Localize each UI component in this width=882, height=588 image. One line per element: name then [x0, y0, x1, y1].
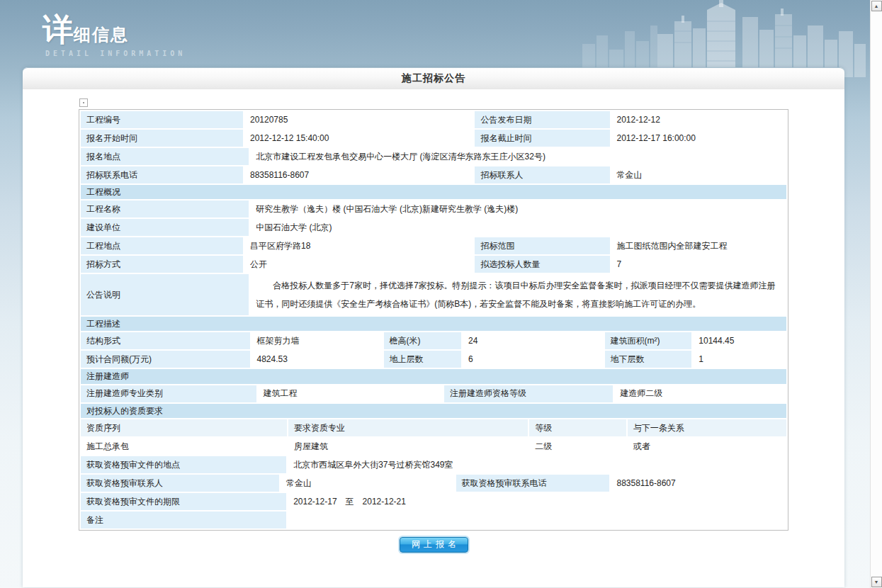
- qualification-column-header: 要求资质专业: [288, 419, 528, 436]
- field-value: 2012-12-12: [611, 111, 787, 128]
- qualification-data-row: 施工总承包房屋建筑二级或者: [81, 438, 786, 455]
- field-value: 7: [611, 256, 787, 273]
- field-value: 建筑工程: [258, 385, 443, 402]
- field-label: 拟选投标人数量: [475, 256, 609, 273]
- field-value: 2012-12-17 至 2012-12-21: [288, 493, 786, 510]
- page-title: 施工招标公告: [402, 72, 465, 85]
- page-area: 详 细信息 DETAIL INFORMATION 施工招标公告 工程编号2012…: [0, 0, 870, 588]
- field-label: 招标方式: [81, 256, 243, 273]
- field-label: 获取资格预审文件的期限: [81, 493, 286, 510]
- city-skyline-graphic: [582, 0, 866, 77]
- field-value: 2012-12-17 16:00:00: [611, 130, 787, 147]
- field-label: 建设单位: [81, 219, 249, 236]
- section-header: 对投标人的资质要求: [81, 404, 786, 418]
- field-label: 报名开始时间: [81, 130, 243, 147]
- remarks-row: 备注: [81, 511, 786, 528]
- field-value: 研究生教学（逸夫）楼 (中国石油大学 (北京)新建研究生教学 (逸夫)楼): [250, 200, 786, 217]
- bid-contact-row: 招标联系电话88358116-8607招标联系人常金山: [81, 166, 786, 183]
- logo-text-primary: 详: [43, 14, 74, 45]
- field-value: 房屋建筑: [288, 438, 528, 455]
- structure-row: 结构形式框架剪力墙檐高(米)24建筑面积(m²)10144.45: [81, 332, 786, 349]
- field-value: 88358116-8607: [611, 475, 786, 492]
- field-value: 1: [693, 351, 786, 368]
- field-value: 施工图纸范围内全部建安工程: [611, 237, 787, 254]
- field-value: 昌平区府学路18: [244, 237, 473, 254]
- arrow-down-icon: ▼: [874, 579, 879, 584]
- announcement-note-row: 公告说明 合格投标人数量多于7家时，择优选择7家投标。特别提示：该项目中标后办理…: [81, 274, 786, 315]
- field-label: 注册建造师资格等级: [444, 385, 613, 402]
- qualification-column-header: 与下一条关系: [628, 419, 786, 436]
- prequal-period-row: 获取资格预审文件的期限2012-12-17 至 2012-12-21: [81, 493, 786, 510]
- project-location-row: 工程地点昌平区府学路18招标范围施工图纸范围内全部建安工程: [81, 237, 786, 254]
- info-table: 工程编号20120785公告发布日期2012-12-12报名开始时间2012-1…: [79, 109, 788, 531]
- vertical-scrollbar[interactable]: ▲ ▼: [870, 0, 882, 588]
- signup-time-row: 报名开始时间2012-12-12 15:40:00报名截止时间2012-12-1…: [81, 130, 786, 147]
- section-project-description: 工程描述: [81, 317, 786, 331]
- field-value: 4824.53: [251, 351, 383, 368]
- field-value: 或者: [628, 438, 786, 455]
- field-value: 常金山: [281, 475, 455, 492]
- content-panel: 施工招标公告 工程编号20120785公告发布日期2012-12-12报名开始时…: [23, 67, 844, 587]
- content-area: 工程编号20120785公告发布日期2012-12-12报名开始时间2012-1…: [79, 89, 788, 561]
- field-value: 北京市建设工程发包承包交易中心一楼大厅 (海淀区清华东路东王庄小区32号): [250, 148, 786, 165]
- page-title-bar: 施工招标公告: [23, 67, 844, 89]
- logo-subtitle: DETAIL INFORMATION: [43, 50, 186, 57]
- scrollbar-track[interactable]: [871, 11, 882, 577]
- field-value: 10144.45: [693, 332, 786, 349]
- field-label: 工程名称: [81, 200, 249, 217]
- logo-text-secondary: 细信息: [74, 23, 129, 46]
- page-banner: 详 细信息 DETAIL INFORMATION: [0, 0, 870, 67]
- project-name-row: 工程名称研究生教学（逸夫）楼 (中国石油大学 (北京)新建研究生教学 (逸夫)楼…: [81, 200, 786, 217]
- section-header: 注册建造师: [81, 369, 786, 383]
- field-value: 建造师二级: [614, 385, 786, 402]
- checkbox-dot-icon: [83, 102, 84, 103]
- field-label: 报名截止时间: [475, 130, 609, 147]
- site-logo: 详 细信息 DETAIL INFORMATION: [43, 14, 186, 57]
- field-label: 建筑面积(m²): [605, 332, 692, 349]
- prequal-contact-row: 获取资格预审联系人常金山获取资格预审联系电话88358116-8607: [81, 475, 786, 492]
- field-label: 工程编号: [81, 111, 243, 128]
- qualification-column-header: 资质序列: [81, 419, 287, 436]
- field-value: 公开: [244, 256, 473, 273]
- section-project-overview: 工程概况: [81, 185, 786, 199]
- checkbox[interactable]: [79, 98, 88, 107]
- button-row: 网上报名: [79, 537, 788, 553]
- section-header: 工程概况: [81, 185, 786, 199]
- field-value: 88358116-8607: [244, 166, 473, 183]
- field-label: 招标范围: [475, 237, 609, 254]
- field-value: 常金山: [611, 166, 787, 183]
- signup-location-row: 报名地点北京市建设工程发包承包交易中心一楼大厅 (海淀区清华东路东王庄小区32号…: [81, 148, 786, 165]
- field-label: 备注: [81, 511, 286, 528]
- field-value: 北京市西城区阜外大街37号过桥宾馆349室: [288, 456, 786, 473]
- field-value: 20120785: [244, 111, 473, 128]
- field-label: 工程地点: [81, 237, 243, 254]
- field-value: 二级: [529, 438, 626, 455]
- online-signup-button[interactable]: 网上报名: [400, 537, 468, 553]
- logo-title: 详 细信息: [43, 14, 186, 46]
- field-label: 檐高(米): [384, 332, 461, 349]
- field-value: 24: [463, 332, 603, 349]
- construction-unit-row: 建设单位中国石油大学 (北京): [81, 219, 786, 236]
- field-value: 框架剪力墙: [251, 332, 383, 349]
- field-label: 获取资格预审联系人: [81, 475, 279, 492]
- field-label: 获取资格预审文件的地点: [81, 456, 286, 473]
- field-label: 地上层数: [384, 351, 461, 368]
- page: 详 细信息 DETAIL INFORMATION 施工招标公告 工程编号2012…: [0, 0, 882, 588]
- field-value: 合格投标人数量多于7家时，择优选择7家投标。特别提示：该项目中标后办理安全监督备…: [250, 274, 786, 315]
- field-label: 招标联系人: [475, 166, 609, 183]
- arrow-up-icon: ▲: [874, 4, 879, 9]
- field-value: 2012-12-12 15:40:00: [244, 130, 473, 147]
- scroll-down-button[interactable]: ▼: [871, 577, 882, 587]
- field-value: 施工总承包: [81, 438, 287, 455]
- field-label: 地下层数: [605, 351, 692, 368]
- section-header: 工程描述: [81, 317, 786, 331]
- scroll-up-button[interactable]: ▲: [871, 1, 882, 11]
- field-label: 报名地点: [81, 148, 249, 165]
- field-label: 获取资格预审联系电话: [456, 475, 610, 492]
- field-value: [288, 511, 786, 528]
- section-qualification-requirements: 对投标人的资质要求: [81, 404, 786, 418]
- field-value: 中国石油大学 (北京): [250, 219, 786, 236]
- builder-row: 注册建造师专业类别建筑工程注册建造师资格等级建造师二级: [81, 385, 786, 402]
- field-label: 预计合同额(万元): [81, 351, 250, 368]
- field-value: 6: [463, 351, 603, 368]
